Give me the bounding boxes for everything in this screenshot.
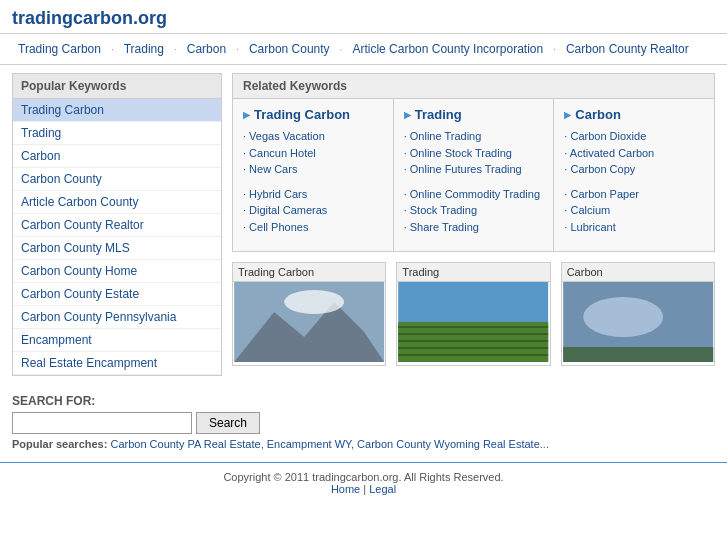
sidebar: Popular Keywords Trading CarbonTradingCa… [12,73,222,378]
main-navbar: Trading Carbon·Trading·Carbon·Carbon Cou… [0,33,727,65]
image-cards: Trading CarbonTradingCarbon [232,262,715,366]
related-group: · Carbon Paper· Calcium· Lubricant [564,186,704,236]
footer-legal-link[interactable]: Legal [369,483,396,495]
sidebar-item[interactable]: Real Estate Encampment [13,352,221,375]
nav-item-trading[interactable]: Trading [118,40,170,58]
related-link[interactable]: · Online Stock Trading [404,145,544,162]
popular-search-link[interactable]: Carbon County PA Real Estate [110,438,260,450]
popular-search-link[interactable]: Carbon County Wyoming Real Estate [357,438,540,450]
image-card-image [397,282,549,362]
related-link[interactable]: · Digital Cameras [243,202,383,219]
related-col: Carbon· Carbon Dioxide· Activated Carbon… [554,99,714,251]
related-group: · Vegas Vacation· Cancun Hotel· New Cars [243,128,383,178]
related-link[interactable]: · Vegas Vacation [243,128,383,145]
nav-item-carbon[interactable]: Carbon [181,40,232,58]
svg-rect-12 [563,347,713,362]
nav-item-carbon-county[interactable]: Carbon County [243,40,336,58]
related-group: · Carbon Dioxide· Activated Carbon· Carb… [564,128,704,178]
related-link[interactable]: · Lubricant [564,219,704,236]
search-input[interactable] [12,412,192,434]
search-label: SEARCH FOR: [12,394,715,408]
sidebar-item[interactable]: Carbon [13,145,221,168]
related-link[interactable]: · Cell Phones [243,219,383,236]
related-link[interactable]: · New Cars [243,161,383,178]
related-col-header[interactable]: Trading Carbon [243,107,383,122]
sidebar-item[interactable]: Carbon County MLS [13,237,221,260]
related-link[interactable]: · Stock Trading [404,202,544,219]
image-card-image [233,282,385,362]
sidebar-item[interactable]: Carbon County Estate [13,283,221,306]
nav-item-trading-carbon[interactable]: Trading Carbon [12,40,107,58]
sidebar-item-link[interactable]: Trading Carbon [21,103,104,117]
svg-point-2 [284,290,344,314]
related-link[interactable]: · Carbon Dioxide [564,128,704,145]
image-card[interactable]: Carbon [561,262,715,366]
related-group: · Hybrid Cars· Digital Cameras· Cell Pho… [243,186,383,236]
sidebar-item-link[interactable]: Article Carbon County [21,195,138,209]
site-logo[interactable]: tradingcarbon.org [12,8,167,28]
related-group: · Online Trading· Online Stock Trading· … [404,128,544,178]
related-col-header[interactable]: Carbon [564,107,704,122]
related-col: Trading· Online Trading· Online Stock Tr… [394,99,555,251]
sidebar-item[interactable]: Carbon County Realtor [13,214,221,237]
sidebar-item-link[interactable]: Trading [21,126,61,140]
sidebar-item-link[interactable]: Encampment [21,333,92,347]
sidebar-item[interactable]: Carbon County [13,168,221,191]
image-card-title: Carbon [562,263,714,282]
sidebar-item-link[interactable]: Carbon County [21,172,102,186]
related-keywords-box: Related Keywords Trading Carbon· Vegas V… [232,73,715,252]
related-keywords-columns: Trading Carbon· Vegas Vacation· Cancun H… [233,99,714,251]
popular-searches: Popular searches: Carbon County PA Real … [12,438,715,450]
related-col-header[interactable]: Trading [404,107,544,122]
related-link[interactable]: · Cancun Hotel [243,145,383,162]
image-card-title: Trading Carbon [233,263,385,282]
main-content: Popular Keywords Trading CarbonTradingCa… [0,65,727,386]
search-form: Search [12,412,715,434]
footer-copyright: Copyright © 2011 tradingcarbon.org. All … [8,471,719,483]
sidebar-item-link[interactable]: Real Estate Encampment [21,356,157,370]
related-link[interactable]: · Carbon Paper [564,186,704,203]
sidebar-item-link[interactable]: Carbon County Home [21,264,137,278]
site-header: tradingcarbon.org [0,0,727,33]
sidebar-item[interactable]: Article Carbon County [13,191,221,214]
related-link[interactable]: · Online Trading [404,128,544,145]
sidebar-item-link[interactable]: Carbon County Pennsylvania [21,310,176,324]
footer: Copyright © 2011 tradingcarbon.org. All … [0,462,727,503]
sidebar-item[interactable]: Carbon County Home [13,260,221,283]
nav-item-carbon-county-realtor[interactable]: Carbon County Realtor [560,40,695,58]
right-content: Related Keywords Trading Carbon· Vegas V… [232,73,715,378]
sidebar-item[interactable]: Trading [13,122,221,145]
related-link[interactable]: · Carbon Copy [564,161,704,178]
sidebar-item-link[interactable]: Carbon County Estate [21,287,139,301]
sidebar-title: Popular Keywords [12,73,222,98]
popular-search-link[interactable]: Encampment WY [267,438,351,450]
svg-point-11 [583,297,663,337]
related-link[interactable]: · Share Trading [404,219,544,236]
sidebar-list: Trading CarbonTradingCarbonCarbon County… [12,98,222,376]
related-link[interactable]: · Hybrid Cars [243,186,383,203]
sidebar-item[interactable]: Encampment [13,329,221,352]
related-link[interactable]: · Online Futures Trading [404,161,544,178]
footer-home-link[interactable]: Home [331,483,360,495]
related-link[interactable]: · Calcium [564,202,704,219]
popular-search-links: Carbon County PA Real Estate, Encampment… [110,438,549,450]
image-card[interactable]: Trading [396,262,550,366]
image-card-image [562,282,714,362]
sidebar-item-link[interactable]: Carbon [21,149,60,163]
footer-links: Home | Legal [8,483,719,495]
sidebar-item-link[interactable]: Carbon County Realtor [21,218,144,232]
search-section: SEARCH FOR: Search Popular searches: Car… [0,386,727,458]
sidebar-item[interactable]: Trading Carbon [13,99,221,122]
related-link[interactable]: · Activated Carbon [564,145,704,162]
search-button[interactable]: Search [196,412,260,434]
sidebar-item[interactable]: Carbon County Pennsylvania [13,306,221,329]
nav-item-article-carbon-county-incorporation[interactable]: Article Carbon County Incorporation [346,40,549,58]
sidebar-item-link[interactable]: Carbon County MLS [21,241,130,255]
related-keywords-title: Related Keywords [233,74,714,99]
image-card[interactable]: Trading Carbon [232,262,386,366]
related-group: · Online Commodity Trading· Stock Tradin… [404,186,544,236]
related-col: Trading Carbon· Vegas Vacation· Cancun H… [233,99,394,251]
related-link[interactable]: · Online Commodity Trading [404,186,544,203]
image-card-title: Trading [397,263,549,282]
